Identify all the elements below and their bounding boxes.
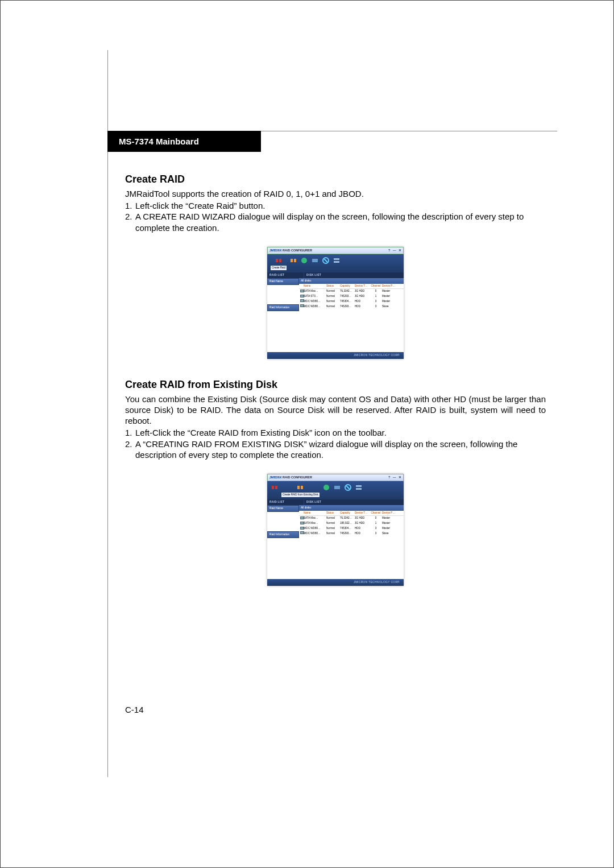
close-icon[interactable]: ✕ xyxy=(399,476,401,479)
cell-device-p: Master xyxy=(382,300,397,303)
raid-list-header: Raid List xyxy=(267,499,304,505)
app-footer: JMicron Technology Corp. xyxy=(267,579,404,586)
right-panel: All disks: Name Status Capacity Device T… xyxy=(299,505,404,579)
toolbar-icon-4[interactable] xyxy=(333,483,341,491)
cell-status: Normal xyxy=(326,532,340,535)
help-icon[interactable]: ? xyxy=(388,476,390,479)
create-raid-button[interactable] xyxy=(271,483,279,491)
col-name: Name xyxy=(304,511,326,515)
all-disks-label: All disks: xyxy=(299,278,404,284)
cell-capacity: 745293… xyxy=(340,532,355,535)
cell-name: SATA Max… xyxy=(304,516,326,520)
table-row[interactable]: WDC WD80…Normal745304…HDD3Master xyxy=(299,299,404,304)
svg-rect-8 xyxy=(334,258,339,260)
toolbar-icon-3[interactable] xyxy=(322,483,330,491)
close-icon[interactable]: ✕ xyxy=(399,249,401,252)
cell-channel: 3 xyxy=(370,527,382,530)
section2-intro: You can combine the Existing Disk (Sourc… xyxy=(125,394,546,427)
tooltip-create-raid-existing: Create RAID from Existing Disk xyxy=(281,493,320,497)
side-rule xyxy=(107,50,108,777)
toolbar-icon-3[interactable] xyxy=(300,257,308,264)
col-device-p: Device P… xyxy=(382,511,397,515)
minimize-icon[interactable]: — xyxy=(393,476,396,479)
disk-list-header: Disk List xyxy=(304,272,404,278)
page-number: C-14 xyxy=(125,705,144,714)
disk-rows-2: SATA Max…Normal76,3342…3G HDD0MasterSATA… xyxy=(299,516,404,536)
cell-status: Normal xyxy=(326,305,340,308)
svg-rect-2 xyxy=(291,259,293,262)
cell-device-p: Slave xyxy=(382,305,397,308)
svg-line-7 xyxy=(324,259,327,262)
create-raid-from-existing-button[interactable]: Create RAID from Existing Disk xyxy=(281,483,320,497)
create-raid-button[interactable]: Create Raid xyxy=(271,257,287,270)
lists-header: Raid List Disk List xyxy=(267,499,404,505)
window-titlebar: JMB36X RAID CONFIGURER ? — ✕ xyxy=(267,247,404,254)
svg-rect-5 xyxy=(312,259,318,262)
step-text: Left-click the “Create Raid” button. xyxy=(135,200,546,211)
table-row[interactable]: SATA ST3…Normal745293…3G HDD1Master xyxy=(299,294,404,299)
svg-rect-15 xyxy=(334,486,340,489)
cell-status: Normal xyxy=(326,290,340,293)
window-titlebar: JMB36X RAID CONFIGURER ? — ✕ xyxy=(267,474,404,481)
cell-channel: 3 xyxy=(370,305,382,308)
col-device-type: Device T… xyxy=(355,511,370,515)
cell-device-type: HDD xyxy=(355,300,370,303)
table-row[interactable]: SATA Max…Normal76,3342…3G HDD0Master xyxy=(299,516,404,521)
raid-name-button[interactable]: Raid Name xyxy=(267,505,299,512)
cell-device-type: 3G HDD xyxy=(355,290,370,293)
cell-capacity: 745304… xyxy=(340,527,355,530)
cell-channel: 0 xyxy=(370,290,382,293)
create-raid-from-existing-button[interactable] xyxy=(289,257,297,264)
table-row[interactable]: WDC WD80…Normal745304…HDD3Master xyxy=(299,526,404,531)
table-row[interactable]: WDC WD80…Normal745293…HDD3Slave xyxy=(299,304,404,309)
cell-device-type: 3G HDD xyxy=(355,516,370,520)
cell-name: SATA Max… xyxy=(304,290,326,293)
svg-rect-10 xyxy=(272,486,274,489)
cell-capacity: 76,3342… xyxy=(340,516,355,520)
col-device-p: Device P… xyxy=(382,284,397,288)
cell-channel: 1 xyxy=(370,295,382,298)
content: Create RAID JMRaidTool supports the crea… xyxy=(125,173,546,605)
minimize-icon[interactable]: — xyxy=(393,249,396,252)
toolbar-icon-5[interactable] xyxy=(322,257,330,264)
cell-name: SATA Max… xyxy=(304,522,326,525)
right-panel: All disks: Name Status Capacity Device T… xyxy=(299,278,404,352)
left-panel: Raid Name Raid Information xyxy=(267,278,299,352)
toolbar-icon-5[interactable] xyxy=(344,483,352,491)
header-bar: MS-7374 Mainboard xyxy=(107,131,261,152)
disk-list-header: Disk List xyxy=(304,499,404,505)
svg-point-4 xyxy=(301,258,307,263)
toolbar-icon-6[interactable] xyxy=(355,483,363,491)
table-row[interactable]: SATA Max…Normal185,922…3G HDD1Master xyxy=(299,521,404,526)
cell-channel: 3 xyxy=(370,300,382,303)
screenshot-1: JMB36X RAID CONFIGURER ? — ✕ Create Raid xyxy=(125,247,546,359)
raid-name-button[interactable]: Raid Name xyxy=(267,278,299,285)
svg-line-17 xyxy=(346,486,350,489)
col-status: Status xyxy=(326,284,340,288)
cell-device-p: Master xyxy=(382,516,397,520)
col-channel: Channel xyxy=(370,511,382,515)
raid-information-button[interactable]: Raid Information xyxy=(267,304,299,311)
cell-status: Normal xyxy=(326,295,340,298)
col-name: Name xyxy=(304,284,326,288)
help-icon[interactable]: ? xyxy=(388,249,390,252)
cell-device-p: Master xyxy=(382,527,397,530)
toolbar-icon-4[interactable] xyxy=(311,257,319,264)
all-disks-label: All disks: xyxy=(299,505,404,511)
grid-header: Name Status Capacity Device T… Channel D… xyxy=(299,284,404,289)
section1-step1: 1. Left-click the “Create Raid” button. xyxy=(125,200,546,211)
raid-information-button[interactable]: Raid Information xyxy=(267,531,299,538)
cell-channel: 3 xyxy=(370,532,382,535)
table-row[interactable]: WDC WD80…Normal745293…HDD3Slave xyxy=(299,531,404,536)
col-device-type: Device T… xyxy=(355,284,370,288)
col-status: Status xyxy=(326,511,340,515)
cell-name: WDC WD80… xyxy=(304,532,326,535)
toolbar-icon-6[interactable] xyxy=(333,257,341,264)
window-controls[interactable]: ? — ✕ xyxy=(387,476,401,480)
raid-list-header: Raid List xyxy=(267,272,304,278)
table-row[interactable]: SATA Max…Normal76,3342…3G HDD0Master xyxy=(299,289,404,294)
cell-capacity: 185,922… xyxy=(340,522,355,525)
cell-capacity: 76,3342… xyxy=(340,290,355,293)
lists-header: Raid List Disk List xyxy=(267,272,404,278)
window-controls[interactable]: ? — ✕ xyxy=(387,249,401,253)
